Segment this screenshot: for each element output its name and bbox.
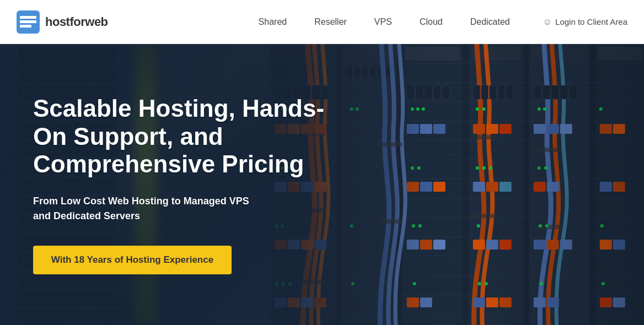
- logo-icon: [17, 10, 40, 34]
- nav-item-shared[interactable]: Shared: [259, 17, 287, 27]
- nav-item-cloud[interactable]: Cloud: [420, 17, 443, 27]
- login-label: Login to Client Area: [555, 17, 627, 26]
- cta-button[interactable]: With 18 Years of Hosting Experience: [33, 246, 232, 274]
- hero-content: Scalable Hosting, Hands-On Support, and …: [0, 44, 644, 325]
- person-icon: ☺: [543, 17, 552, 27]
- hero-section: Scalable Hosting, Hands-On Support, and …: [0, 44, 644, 325]
- hero-title: Scalable Hosting, Hands-On Support, and …: [33, 95, 353, 178]
- logo-bar-2: [20, 20, 36, 23]
- logo-text: hostforweb: [45, 15, 108, 29]
- nav-item-vps[interactable]: VPS: [374, 17, 392, 27]
- header: hostforweb Shared Reseller VPS Cloud Ded…: [0, 0, 644, 44]
- nav-item-dedicated[interactable]: Dedicated: [470, 17, 510, 27]
- nav-item-reseller[interactable]: Reseller: [314, 17, 347, 27]
- logo[interactable]: hostforweb: [17, 10, 108, 34]
- hero-subtitle: From Low Cost Web Hosting to Managed VPS…: [33, 194, 265, 224]
- logo-bar-1: [20, 16, 36, 19]
- logo-bar-3: [20, 25, 31, 28]
- login-button[interactable]: ☺ Login to Client Area: [543, 17, 627, 27]
- main-nav: Shared Reseller VPS Cloud Dedicated: [259, 17, 510, 27]
